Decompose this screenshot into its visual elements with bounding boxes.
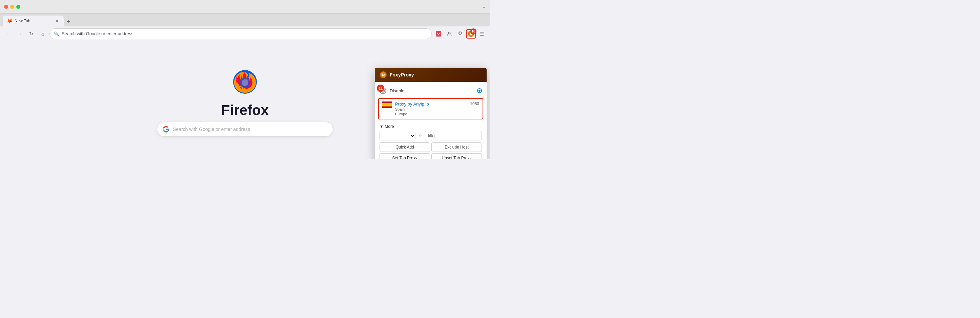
- more-section: ▼ More ⛭ Quick Add Exclude Host Set Tab …: [375, 121, 487, 159]
- menu-button[interactable]: ☰: [477, 29, 487, 39]
- radio-inner: [479, 90, 480, 92]
- action-grid: Quick Add Exclude Host Set Tab Proxy Uns…: [380, 142, 482, 159]
- firefox-wordmark: Firefox: [221, 102, 269, 119]
- radio-selected[interactable]: [477, 88, 482, 93]
- firefox-logo: [231, 68, 259, 95]
- foxyproxy-header: FoxyProxy: [375, 68, 487, 82]
- proxy-filter-select[interactable]: [380, 131, 415, 141]
- filter-input[interactable]: [425, 131, 482, 141]
- proxy-region: Europe: [395, 112, 467, 116]
- pocket-button[interactable]: [434, 29, 443, 39]
- more-label[interactable]: ▼ More: [380, 124, 482, 129]
- proxy-country: Spain: [395, 107, 467, 111]
- proxy-name: Proxy by Anyip.io: [395, 101, 467, 106]
- foxyproxy-extension-button[interactable]: 10: [466, 29, 476, 39]
- window-menu-icon[interactable]: ⌄: [482, 4, 486, 9]
- filter-icon: ⛭: [417, 131, 423, 141]
- proxy-info: Proxy by Anyip.io Spain Europe: [395, 101, 467, 116]
- spain-flag-icon: [382, 101, 392, 108]
- main-search-placeholder: Search with Google or enter address: [173, 127, 250, 132]
- foxyproxy-title: FoxyProxy: [390, 72, 414, 78]
- profile-button[interactable]: [445, 29, 454, 39]
- tab-bar: 🦊 New Tab ✕ +: [0, 14, 490, 26]
- foxyproxy-body: 11 Disable: [375, 82, 487, 159]
- badge-11: 11: [377, 85, 384, 92]
- svg-point-17: [383, 73, 384, 74]
- tab-close-button[interactable]: ✕: [54, 18, 60, 24]
- svg-rect-21: [382, 103, 392, 106]
- quick-add-button[interactable]: Quick Add: [380, 142, 430, 152]
- disable-row[interactable]: 11 Disable: [375, 85, 487, 97]
- title-bar: ⌄: [0, 0, 490, 14]
- svg-point-16: [383, 74, 384, 76]
- address-text: Search with Google or enter address: [62, 31, 427, 36]
- minimize-button[interactable]: [10, 5, 14, 9]
- badge-wrapper: 11: [380, 87, 386, 94]
- disable-label: Disable: [390, 88, 474, 93]
- new-tab-button[interactable]: +: [64, 17, 73, 26]
- proxy-item[interactable]: Proxy by Anyip.io Spain Europe 1080: [378, 98, 483, 119]
- foxyproxy-popup: FoxyProxy 11 Disable: [375, 68, 487, 159]
- extensions-button[interactable]: [455, 29, 465, 39]
- active-tab[interactable]: 🦊 New Tab ✕: [3, 16, 64, 26]
- maximize-button[interactable]: [16, 5, 20, 9]
- svg-rect-0: [436, 31, 441, 36]
- set-tab-proxy-button[interactable]: Set Tab Proxy: [380, 153, 430, 159]
- extension-badge: 10: [470, 28, 476, 35]
- svg-point-12: [242, 79, 248, 86]
- search-icon: 🔍: [54, 32, 59, 36]
- back-button[interactable]: ←: [3, 29, 13, 39]
- foxyproxy-header-icon: [380, 71, 387, 79]
- home-button[interactable]: ⌂: [38, 29, 48, 39]
- exclude-host-button[interactable]: Exclude Host: [431, 142, 482, 152]
- unset-tab-proxy-button[interactable]: Unset Tab Proxy: [431, 153, 482, 159]
- proxy-port: 1080: [470, 101, 479, 106]
- tab-favicon: 🦊: [7, 18, 13, 24]
- reload-button[interactable]: ↻: [26, 29, 36, 39]
- nav-bar: ← → ↻ ⌂ 🔍 Search with Google or enter ad…: [0, 26, 490, 41]
- tab-label: New Tab: [14, 19, 52, 23]
- forward-button[interactable]: →: [15, 29, 24, 39]
- nav-right-icons: 10 ☰: [434, 29, 487, 39]
- traffic-lights: [4, 5, 20, 9]
- main-search-bar[interactable]: Search with Google or enter address: [157, 122, 333, 137]
- firefox-branding: Firefox: [221, 68, 269, 119]
- filter-row: ⛭: [380, 131, 482, 141]
- google-icon: [163, 126, 169, 133]
- address-bar[interactable]: 🔍 Search with Google or enter address: [49, 28, 432, 39]
- close-button[interactable]: [4, 5, 8, 9]
